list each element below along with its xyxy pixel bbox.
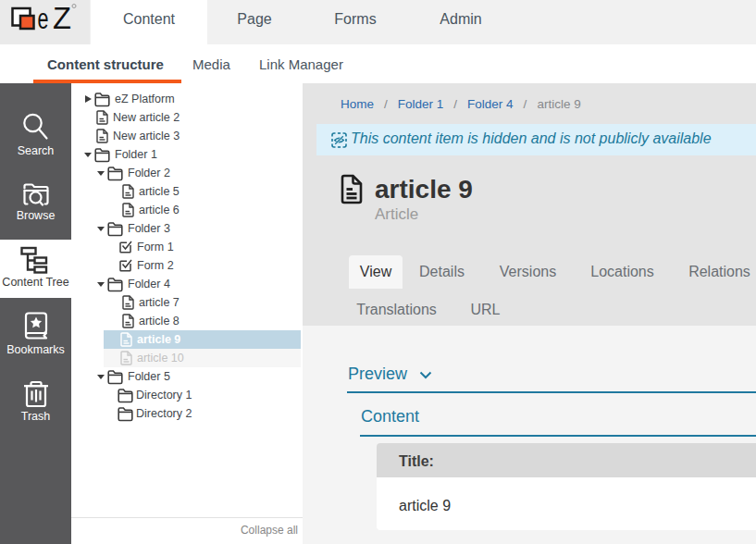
svg-text:e: e bbox=[38, 3, 49, 35]
svg-text:Z: Z bbox=[53, 1, 71, 35]
